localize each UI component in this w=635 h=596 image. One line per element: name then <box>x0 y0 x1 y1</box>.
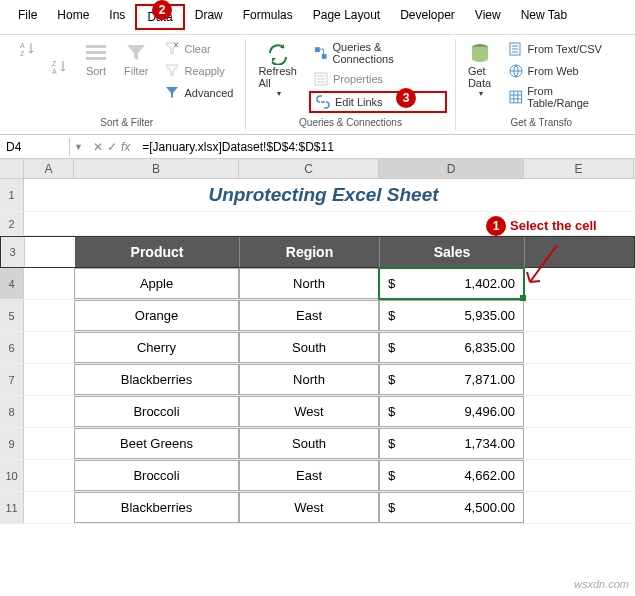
row-header-1[interactable]: 1 <box>0 179 24 211</box>
name-box[interactable]: D4 <box>0 138 70 156</box>
cell[interactable] <box>24 300 74 331</box>
formula-bar[interactable]: =[January.xlsx]Dataset!$D$4:$D$11 <box>136 138 635 156</box>
menu-formulas[interactable]: Formulas <box>233 4 303 30</box>
row-header-11[interactable]: 11 <box>0 492 24 523</box>
cell-product[interactable]: Broccoli <box>74 460 239 491</box>
cell-sales[interactable]: $7,871.00 <box>379 364 524 395</box>
cancel-formula-icon[interactable]: ✕ <box>93 140 103 154</box>
col-header-b[interactable]: B <box>74 159 239 178</box>
svg-rect-4 <box>86 45 106 48</box>
cell[interactable] <box>24 460 74 491</box>
menu-newtab[interactable]: New Tab <box>511 4 577 30</box>
accept-formula-icon[interactable]: ✓ <box>107 140 117 154</box>
group-sort-filter: AZ ZA Sort Filter Clear Reapply <box>8 39 246 130</box>
cell-region[interactable]: West <box>239 396 379 427</box>
cell-sales[interactable]: $6,835.00 <box>379 332 524 363</box>
row-header-7[interactable]: 7 <box>0 364 24 395</box>
menu-draw[interactable]: Draw <box>185 4 233 30</box>
cell-region[interactable]: West <box>239 492 379 523</box>
svg-text:Z: Z <box>52 60 57 67</box>
menu-home[interactable]: Home <box>47 4 99 30</box>
row-header-6[interactable]: 6 <box>0 332 24 363</box>
column-headers: A B C D E <box>0 159 635 179</box>
cell-product[interactable]: Orange <box>74 300 239 331</box>
reapply-button[interactable]: Reapply <box>160 61 237 81</box>
properties-button[interactable]: Properties <box>309 69 447 89</box>
fx-icon[interactable]: fx <box>121 140 130 154</box>
from-textcsv-button[interactable]: From Text/CSV <box>504 39 619 59</box>
menu-insert[interactable]: Ins <box>99 4 135 30</box>
row-header-5[interactable]: 5 <box>0 300 24 331</box>
row-header-2[interactable]: 2 <box>0 212 24 235</box>
col-header-e[interactable]: E <box>524 159 634 178</box>
filter-label: Filter <box>124 65 148 77</box>
col-header-a[interactable]: A <box>24 159 74 178</box>
get-data-button[interactable]: GetData▾ <box>464 39 496 100</box>
title-cell[interactable]: Unprotecting Excel Sheet <box>74 179 524 211</box>
cell-region[interactable]: East <box>239 300 379 331</box>
select-all-corner[interactable] <box>0 159 24 178</box>
cell-sales[interactable]: $9,496.00 <box>379 396 524 427</box>
cell-product[interactable]: Broccoli <box>74 396 239 427</box>
cell-sales[interactable]: $4,500.00 <box>379 492 524 523</box>
watermark: wsxdn.com <box>574 578 629 590</box>
menu-file[interactable]: File <box>8 4 47 30</box>
cell[interactable] <box>24 179 74 211</box>
cell[interactable] <box>24 396 74 427</box>
header-product[interactable]: Product <box>75 237 240 267</box>
col-header-d[interactable]: D <box>379 159 524 178</box>
cell-sales[interactable]: $1,734.00 <box>379 428 524 459</box>
cell-product[interactable]: Cherry <box>74 332 239 363</box>
queries-connections-button[interactable]: Queries & Connections <box>309 39 447 67</box>
header-region[interactable]: Region <box>240 237 380 267</box>
namebox-dropdown-icon[interactable]: ▼ <box>70 142 87 152</box>
refresh-all-button[interactable]: RefreshAll▾ <box>254 39 301 100</box>
sort-az-button[interactable]: AZ <box>16 39 40 59</box>
menu-pagelayout[interactable]: Page Layout <box>303 4 390 30</box>
menu-bar: File Home Ins Data Draw Formulas Page La… <box>0 0 635 35</box>
cell-product[interactable]: Beet Greens <box>74 428 239 459</box>
header-sales[interactable]: Sales <box>380 237 525 267</box>
cell-region[interactable]: North <box>239 364 379 395</box>
from-table-button[interactable]: From Table/Range <box>504 83 619 111</box>
cell[interactable] <box>24 492 74 523</box>
cell[interactable] <box>24 212 74 235</box>
cell-region[interactable]: North <box>239 268 379 299</box>
cell[interactable] <box>24 428 74 459</box>
cell-product[interactable]: Apple <box>74 268 239 299</box>
cell-sales[interactable]: $1,402.00 <box>379 268 524 299</box>
advanced-label: Advanced <box>184 87 233 99</box>
edit-links-button[interactable]: Edit Links <box>309 91 447 113</box>
cell-sales[interactable]: $5,935.00 <box>379 300 524 331</box>
cell-sales[interactable]: $4,662.00 <box>379 460 524 491</box>
advanced-button[interactable]: Advanced <box>160 83 237 103</box>
cell-region[interactable]: South <box>239 332 379 363</box>
cell-region[interactable]: East <box>239 460 379 491</box>
row-header-3[interactable]: 3 <box>1 237 25 267</box>
filter-button[interactable]: Filter <box>120 39 152 79</box>
cell-product[interactable]: Blackberries <box>74 492 239 523</box>
row-header-4[interactable]: 4 <box>0 268 24 299</box>
menu-view[interactable]: View <box>465 4 511 30</box>
row-header-8[interactable]: 8 <box>0 396 24 427</box>
from-web-button[interactable]: From Web <box>504 61 619 81</box>
properties-label: Properties <box>333 73 383 85</box>
cell[interactable] <box>25 237 75 267</box>
sort-icon <box>84 41 108 65</box>
qc-label: Queries & Connections <box>332 41 442 65</box>
cell[interactable] <box>24 364 74 395</box>
queries-icon <box>313 45 329 61</box>
row-header-10[interactable]: 10 <box>0 460 24 491</box>
menu-developer[interactable]: Developer <box>390 4 465 30</box>
cell[interactable] <box>24 268 74 299</box>
cell[interactable] <box>24 332 74 363</box>
clear-button[interactable]: Clear <box>160 39 237 59</box>
edit-links-icon <box>315 94 331 110</box>
sort-za-button[interactable]: ZA <box>48 57 72 77</box>
cell-product[interactable]: Blackberries <box>74 364 239 395</box>
sort-button[interactable]: Sort <box>80 39 112 79</box>
cell-region[interactable]: South <box>239 428 379 459</box>
getdata-group-label: Get & Transfo <box>510 115 572 130</box>
col-header-c[interactable]: C <box>239 159 379 178</box>
row-header-9[interactable]: 9 <box>0 428 24 459</box>
